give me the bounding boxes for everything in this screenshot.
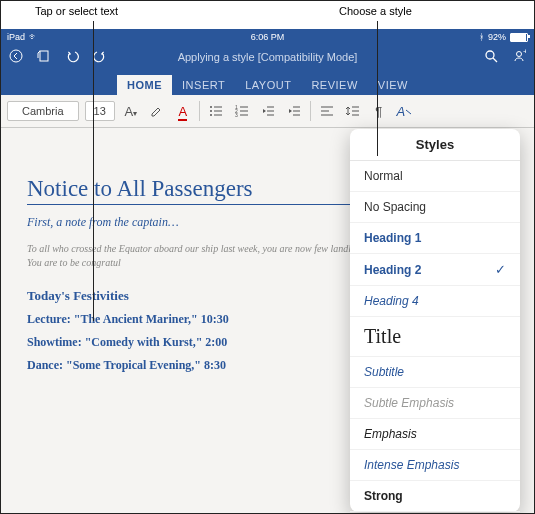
font-color-button[interactable]: A xyxy=(173,104,193,119)
style-label: Subtitle xyxy=(364,365,404,379)
svg-rect-1 xyxy=(40,51,48,61)
style-label: Normal xyxy=(364,169,403,183)
font-format-button[interactable]: A▾ xyxy=(121,104,141,119)
style-item-heading-4[interactable]: Heading 4 xyxy=(350,286,520,317)
file-button[interactable] xyxy=(37,49,51,66)
svg-point-2 xyxy=(486,51,494,59)
svg-point-10 xyxy=(210,114,212,116)
style-item-strong[interactable]: Strong xyxy=(350,481,520,512)
style-label: Heading 4 xyxy=(364,294,419,308)
style-item-emphasis[interactable]: Emphasis xyxy=(350,419,520,450)
align-button[interactable] xyxy=(317,104,337,118)
styles-button[interactable]: A xyxy=(395,104,415,119)
style-item-normal[interactable]: Normal xyxy=(350,161,520,192)
style-label: Emphasis xyxy=(364,427,417,441)
numbering-button[interactable]: 123 xyxy=(232,104,252,118)
callout-tap: Tap or select text xyxy=(35,5,118,17)
style-label: Intense Emphasis xyxy=(364,458,459,472)
check-icon: ✓ xyxy=(495,262,506,277)
indent-button[interactable] xyxy=(284,104,304,118)
search-icon[interactable] xyxy=(484,49,498,66)
tab-insert[interactable]: INSERT xyxy=(172,75,235,95)
linespacing-button[interactable] xyxy=(343,104,363,118)
tab-layout[interactable]: LAYOUT xyxy=(235,75,301,95)
status-bar: iPad ᯤ 6:06 PM ᚼ 92% xyxy=(1,29,534,45)
highlight-button[interactable] xyxy=(147,104,167,118)
ribbon-tabs: HOME INSERT LAYOUT REVIEW VIEW xyxy=(1,69,534,95)
style-label: Heading 1 xyxy=(364,231,421,245)
svg-text:+: + xyxy=(523,49,526,56)
undo-button[interactable] xyxy=(65,49,79,66)
style-item-subtitle[interactable]: Subtitle xyxy=(350,357,520,388)
bullets-button[interactable] xyxy=(206,104,226,118)
svg-point-6 xyxy=(210,106,212,108)
style-item-no-spacing[interactable]: No Spacing xyxy=(350,192,520,223)
svg-point-4 xyxy=(517,51,522,56)
callout-style: Choose a style xyxy=(339,5,412,17)
styles-popover: Styles NormalNo SpacingHeading 1Heading … xyxy=(350,129,520,512)
callout-line xyxy=(93,21,94,321)
pilcrow-button[interactable]: ¶ xyxy=(369,104,389,119)
style-label: Heading 2 xyxy=(364,263,421,277)
wifi-icon: ᯤ xyxy=(29,32,38,42)
style-item-heading-2[interactable]: Heading 2✓ xyxy=(350,254,520,286)
outdent-button[interactable] xyxy=(258,104,278,118)
popover-title: Styles xyxy=(350,129,520,161)
back-button[interactable] xyxy=(9,49,23,66)
redo-button[interactable] xyxy=(93,49,107,66)
tablet-screen: iPad ᯤ 6:06 PM ᚼ 92% Applying a style [C xyxy=(1,29,534,513)
font-selector[interactable]: Cambria xyxy=(7,101,79,121)
bluetooth-icon: ᚼ xyxy=(479,32,484,42)
svg-line-3 xyxy=(493,58,497,62)
document-title: Applying a style [Compatibility Mode] xyxy=(178,51,358,63)
ribbon: Cambria 13 A▾ A 123 ¶ A xyxy=(1,95,534,128)
fontsize-selector[interactable]: 13 xyxy=(85,101,115,121)
svg-point-0 xyxy=(10,50,22,62)
tab-home[interactable]: HOME xyxy=(117,75,172,95)
style-item-subtle-emphasis[interactable]: Subtle Emphasis xyxy=(350,388,520,419)
style-label: Strong xyxy=(364,489,403,503)
svg-point-8 xyxy=(210,110,212,112)
tab-review[interactable]: REVIEW xyxy=(301,75,367,95)
style-label: Title xyxy=(364,325,401,348)
clock: 6:06 PM xyxy=(251,32,285,42)
style-item-intense-emphasis[interactable]: Intense Emphasis xyxy=(350,450,520,481)
tab-view[interactable]: VIEW xyxy=(368,75,418,95)
callout-line xyxy=(377,21,378,156)
battery-icon xyxy=(510,33,528,42)
style-item-heading-1[interactable]: Heading 1 xyxy=(350,223,520,254)
callout-layer: Tap or select text Choose a style xyxy=(1,1,534,29)
style-item-title[interactable]: Title xyxy=(350,317,520,357)
style-label: Subtle Emphasis xyxy=(364,396,454,410)
share-icon[interactable]: + xyxy=(512,49,526,66)
style-label: No Spacing xyxy=(364,200,426,214)
svg-text:3: 3 xyxy=(235,112,238,118)
device-label: iPad xyxy=(7,32,25,42)
battery-pct: 92% xyxy=(488,32,506,42)
title-bar: Applying a style [Compatibility Mode] + xyxy=(1,45,534,69)
